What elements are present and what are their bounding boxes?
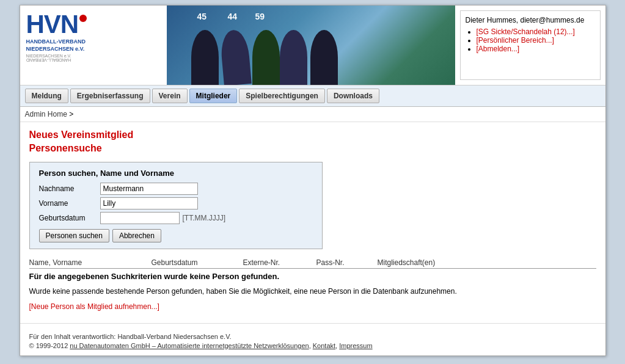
footer: Für den Inhalt verantwortlich: Handball-… [20,323,605,355]
footer-links: © 1999-2012 nu Datenautomaten GmbH – Aut… [29,342,596,349]
nav-ergebniserfassung[interactable]: Ergebniserfassung [70,89,150,103]
logo-text-full: HANDBALL-VERBAND NIEDERSACHSEN e.V. [26,38,86,53]
user-info-box: Dieter Hummes, dieter@hummes.de [SG Sick… [460,10,601,80]
col-header-bdate: Geburtsdatum [152,258,243,267]
player-5 [310,30,338,85]
footer-impressum-link[interactable]: Impressum [339,342,372,349]
col-header-pass: Pass-Nr. [316,258,378,267]
header-photo-inner: 45 44 59 [167,5,455,85]
page-title: Neues Vereinsmitglied Personensuche [29,128,596,156]
footer-copyright: © 1999-2012 [29,342,68,349]
col-header-member: Mitgliedschaft(en) [378,258,469,267]
input-vorname[interactable] [100,197,198,209]
verein-link[interactable]: [SG Sickte/Schandelah (12)...] [477,27,575,36]
player-1 [191,30,219,85]
nav-meldung[interactable]: Meldung [25,89,68,103]
add-person-link-container: [Neue Person als Mitglied aufnehmen...] [29,302,596,311]
user-name: Dieter Hummes, dieter@hummes.de [466,16,595,24]
results-area: Name, Vorname Geburtsdatum Externe-Nr. P… [29,258,596,311]
footer-company-link[interactable]: nu Datenautomaten GmbH – Automatisierte … [70,342,309,349]
user-link-logout[interactable]: [Abmelden...] [477,45,595,53]
logo-dot [79,15,87,22]
nav-bar: Meldung Ergebniserfassung Verein Mitglie… [20,86,605,107]
jersey-number-1: 45 [197,12,207,21]
nav-verein[interactable]: Verein [152,89,188,103]
label-geburtsdatum: Geburtsdatum [39,214,100,222]
hint-geburtsdatum: [TT.MM.JJJJ] [183,214,226,222]
footer-responsibility: Für den Inhalt verantwortlich: Handball-… [29,333,596,340]
button-row: Personen suchen Abbrechen [39,229,313,242]
logo-subtext-flipped: HANDBALL-VERBAND [26,58,71,62]
btn-personen-suchen[interactable]: Personen suchen [39,229,109,242]
nav-spielberechtigungen[interactable]: Spielberechtigungen [239,89,325,103]
jersey-number-2: 44 [228,12,238,21]
logo-area: HVN HANDBALL-VERBAND NIEDERSACHSEN e.V. … [20,5,167,85]
user-links-list: [SG Sickte/Schandelah (12)...] [Persönli… [466,27,595,53]
player-2 [219,29,252,85]
breadcrumb-home[interactable]: Admin Home [25,110,67,118]
add-person-link[interactable]: [Neue Person als Mitglied aufnehmen...] [29,302,159,311]
results-header: Name, Vorname Geburtsdatum Externe-Nr. P… [29,258,596,269]
form-row-nachname: Nachname [39,183,313,195]
form-row-vorname: Vorname [39,197,313,209]
label-vorname: Vorname [39,199,100,208]
col-header-name: Name, Vorname [29,258,152,267]
jersey-number-3: 59 [255,12,265,21]
player-4 [280,30,307,85]
logout-link[interactable]: [Abmelden...] [477,45,520,53]
header: HVN HANDBALL-VERBAND NIEDERSACHSEN e.V. … [20,5,605,86]
search-box: Person suchen, Name und Vorname Nachname… [29,162,323,249]
logo-hvn: HVN [26,12,87,37]
breadcrumb-separator: > [69,110,73,118]
form-row-geburtsdatum: Geburtsdatum [TT.MM.JJJJ] [39,212,313,224]
header-photo: 45 44 59 [167,5,455,85]
main-content: Neues Vereinsmitglied Personensuche Pers… [20,122,605,317]
nav-downloads[interactable]: Downloads [327,89,379,103]
user-link-personal[interactable]: [Persönlicher Bereich...] [477,36,595,45]
input-nachname[interactable] [100,183,198,195]
browser-window: HVN HANDBALL-VERBAND NIEDERSACHSEN e.V. … [20,5,606,356]
label-nachname: Nachname [39,184,100,193]
breadcrumb: Admin Home > [20,107,605,122]
user-link-verein[interactable]: [SG Sickte/Schandelah (12)...] [477,27,595,36]
col-header-ext: Externe-Nr. [243,258,316,267]
personal-link[interactable]: [Persönlicher Bereich...] [477,36,554,45]
btn-abbrechen[interactable]: Abbrechen [112,229,161,242]
info-text: Wurde keine passende bestehende Person g… [29,286,596,297]
nav-mitglieder[interactable]: Mitglieder [189,89,238,103]
footer-kontakt-link[interactable]: Kontakt [313,342,335,349]
search-box-title: Person suchen, Name und Vorname [39,169,313,178]
player-3 [252,30,280,85]
no-result-message: Für die angegebenen Suchkriterien wurde … [29,272,596,281]
logo-text-hvn: HVN [26,12,79,37]
input-geburtsdatum[interactable] [100,212,180,224]
